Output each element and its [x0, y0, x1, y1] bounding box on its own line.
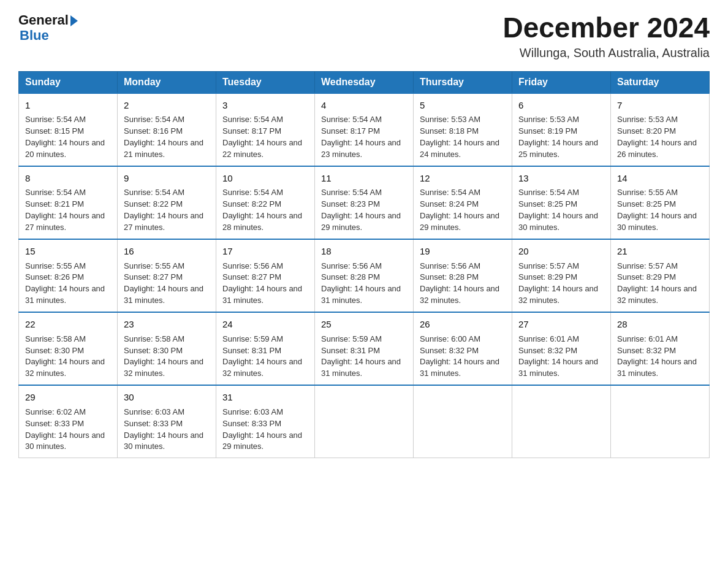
calendar-header-thursday: Thursday	[414, 71, 512, 93]
day-number: 9	[124, 172, 210, 185]
day-number: 2	[124, 99, 210, 112]
calendar-cell: 1Sunrise: 5:54 AMSunset: 8:15 PMDaylight…	[19, 93, 118, 166]
calendar-header-row: SundayMondayTuesdayWednesdayThursdayFrid…	[19, 71, 710, 93]
calendar-cell: 7Sunrise: 5:53 AMSunset: 8:20 PMDaylight…	[611, 93, 710, 166]
day-number: 11	[321, 172, 407, 185]
day-info: Sunrise: 6:01 AMSunset: 8:32 PMDaylight:…	[617, 334, 703, 380]
day-number: 23	[124, 318, 210, 331]
calendar-cell: 6Sunrise: 5:53 AMSunset: 8:19 PMDaylight…	[512, 93, 611, 166]
day-info: Sunrise: 5:53 AMSunset: 8:20 PMDaylight:…	[617, 114, 703, 160]
calendar-cell: 17Sunrise: 5:56 AMSunset: 8:27 PMDayligh…	[216, 239, 315, 312]
day-info: Sunrise: 5:54 AMSunset: 8:16 PMDaylight:…	[124, 114, 210, 160]
day-info: Sunrise: 5:59 AMSunset: 8:31 PMDaylight:…	[321, 334, 407, 380]
day-number: 19	[420, 245, 506, 258]
day-info: Sunrise: 5:54 AMSunset: 8:25 PMDaylight:…	[518, 187, 604, 233]
day-info: Sunrise: 5:57 AMSunset: 8:29 PMDaylight:…	[518, 261, 604, 307]
calendar-cell: 31Sunrise: 6:03 AMSunset: 8:33 PMDayligh…	[216, 385, 315, 458]
day-info: Sunrise: 6:00 AMSunset: 8:32 PMDaylight:…	[420, 334, 506, 380]
calendar-cell: 9Sunrise: 5:54 AMSunset: 8:22 PMDaylight…	[118, 166, 216, 239]
calendar-week-row: 8Sunrise: 5:54 AMSunset: 8:21 PMDaylight…	[19, 166, 710, 239]
calendar-cell: 30Sunrise: 6:03 AMSunset: 8:33 PMDayligh…	[118, 385, 216, 458]
day-info: Sunrise: 5:54 AMSunset: 8:15 PMDaylight:…	[25, 114, 111, 160]
logo: General Blue	[18, 12, 78, 44]
calendar-table: SundayMondayTuesdayWednesdayThursdayFrid…	[18, 71, 710, 459]
calendar-cell: 5Sunrise: 5:53 AMSunset: 8:18 PMDaylight…	[414, 93, 512, 166]
calendar-cell: 3Sunrise: 5:54 AMSunset: 8:17 PMDaylight…	[216, 93, 315, 166]
day-number: 27	[518, 318, 604, 331]
day-number: 10	[222, 172, 308, 185]
day-number: 16	[124, 245, 210, 258]
day-number: 14	[617, 172, 703, 185]
day-number: 28	[617, 318, 703, 331]
day-info: Sunrise: 5:56 AMSunset: 8:28 PMDaylight:…	[321, 261, 407, 307]
day-info: Sunrise: 5:59 AMSunset: 8:31 PMDaylight:…	[222, 334, 308, 380]
day-info: Sunrise: 5:54 AMSunset: 8:22 PMDaylight:…	[124, 187, 210, 233]
day-number: 31	[222, 391, 308, 404]
calendar-cell: 24Sunrise: 5:59 AMSunset: 8:31 PMDayligh…	[216, 312, 315, 385]
day-info: Sunrise: 6:03 AMSunset: 8:33 PMDaylight:…	[222, 407, 308, 453]
day-info: Sunrise: 5:54 AMSunset: 8:21 PMDaylight:…	[25, 187, 111, 233]
page-header: General Blue December 2024 Willunga, Sou…	[18, 12, 710, 60]
calendar-week-row: 29Sunrise: 6:02 AMSunset: 8:33 PMDayligh…	[19, 385, 710, 458]
day-info: Sunrise: 5:56 AMSunset: 8:27 PMDaylight:…	[222, 261, 308, 307]
day-info: Sunrise: 6:03 AMSunset: 8:33 PMDaylight:…	[124, 407, 210, 453]
day-number: 3	[222, 99, 308, 112]
month-title: December 2024	[502, 12, 710, 44]
calendar-header-friday: Friday	[512, 71, 611, 93]
day-number: 5	[420, 99, 506, 112]
day-info: Sunrise: 5:56 AMSunset: 8:28 PMDaylight:…	[420, 261, 506, 307]
calendar-cell: 28Sunrise: 6:01 AMSunset: 8:32 PMDayligh…	[611, 312, 710, 385]
day-info: Sunrise: 5:53 AMSunset: 8:18 PMDaylight:…	[420, 114, 506, 160]
day-number: 6	[518, 99, 604, 112]
calendar-cell: 19Sunrise: 5:56 AMSunset: 8:28 PMDayligh…	[414, 239, 512, 312]
day-info: Sunrise: 5:55 AMSunset: 8:26 PMDaylight:…	[25, 261, 111, 307]
calendar-cell: 23Sunrise: 5:58 AMSunset: 8:30 PMDayligh…	[118, 312, 216, 385]
calendar-cell: 15Sunrise: 5:55 AMSunset: 8:26 PMDayligh…	[19, 239, 118, 312]
calendar-cell	[315, 385, 414, 458]
calendar-cell: 27Sunrise: 6:01 AMSunset: 8:32 PMDayligh…	[512, 312, 611, 385]
calendar-cell	[414, 385, 512, 458]
calendar-cell	[512, 385, 611, 458]
day-info: Sunrise: 5:55 AMSunset: 8:27 PMDaylight:…	[124, 261, 210, 307]
day-number: 21	[617, 245, 703, 258]
calendar-cell: 13Sunrise: 5:54 AMSunset: 8:25 PMDayligh…	[512, 166, 611, 239]
location-subtitle: Willunga, South Australia, Australia	[502, 46, 710, 60]
day-info: Sunrise: 5:54 AMSunset: 8:22 PMDaylight:…	[222, 187, 308, 233]
calendar-cell: 25Sunrise: 5:59 AMSunset: 8:31 PMDayligh…	[315, 312, 414, 385]
calendar-cell: 4Sunrise: 5:54 AMSunset: 8:17 PMDaylight…	[315, 93, 414, 166]
title-block: December 2024 Willunga, South Australia,…	[502, 12, 710, 60]
day-info: Sunrise: 5:55 AMSunset: 8:25 PMDaylight:…	[617, 187, 703, 233]
calendar-cell: 2Sunrise: 5:54 AMSunset: 8:16 PMDaylight…	[118, 93, 216, 166]
day-number: 12	[420, 172, 506, 185]
day-number: 7	[617, 99, 703, 112]
day-info: Sunrise: 5:54 AMSunset: 8:23 PMDaylight:…	[321, 187, 407, 233]
calendar-cell: 8Sunrise: 5:54 AMSunset: 8:21 PMDaylight…	[19, 166, 118, 239]
calendar-cell: 20Sunrise: 5:57 AMSunset: 8:29 PMDayligh…	[512, 239, 611, 312]
calendar-week-row: 22Sunrise: 5:58 AMSunset: 8:30 PMDayligh…	[19, 312, 710, 385]
day-number: 24	[222, 318, 308, 331]
calendar-cell: 29Sunrise: 6:02 AMSunset: 8:33 PMDayligh…	[19, 385, 118, 458]
calendar-week-row: 15Sunrise: 5:55 AMSunset: 8:26 PMDayligh…	[19, 239, 710, 312]
calendar-cell: 10Sunrise: 5:54 AMSunset: 8:22 PMDayligh…	[216, 166, 315, 239]
calendar-cell	[611, 385, 710, 458]
calendar-cell: 22Sunrise: 5:58 AMSunset: 8:30 PMDayligh…	[19, 312, 118, 385]
day-number: 22	[25, 318, 111, 331]
day-info: Sunrise: 5:54 AMSunset: 8:17 PMDaylight:…	[321, 114, 407, 160]
day-info: Sunrise: 5:57 AMSunset: 8:29 PMDaylight:…	[617, 261, 703, 307]
day-info: Sunrise: 5:54 AMSunset: 8:24 PMDaylight:…	[420, 187, 506, 233]
day-info: Sunrise: 6:01 AMSunset: 8:32 PMDaylight:…	[518, 334, 604, 380]
calendar-header-wednesday: Wednesday	[315, 71, 414, 93]
day-number: 20	[518, 245, 604, 258]
calendar-header-monday: Monday	[118, 71, 216, 93]
calendar-header-saturday: Saturday	[611, 71, 710, 93]
day-number: 4	[321, 99, 407, 112]
day-info: Sunrise: 6:02 AMSunset: 8:33 PMDaylight:…	[25, 407, 111, 453]
calendar-week-row: 1Sunrise: 5:54 AMSunset: 8:15 PMDaylight…	[19, 93, 710, 166]
logo-arrow-icon	[70, 15, 78, 26]
day-number: 29	[25, 391, 111, 404]
day-number: 18	[321, 245, 407, 258]
day-info: Sunrise: 5:58 AMSunset: 8:30 PMDaylight:…	[124, 334, 210, 380]
calendar-cell: 11Sunrise: 5:54 AMSunset: 8:23 PMDayligh…	[315, 166, 414, 239]
calendar-cell: 16Sunrise: 5:55 AMSunset: 8:27 PMDayligh…	[118, 239, 216, 312]
logo-text-general: General	[18, 12, 69, 28]
